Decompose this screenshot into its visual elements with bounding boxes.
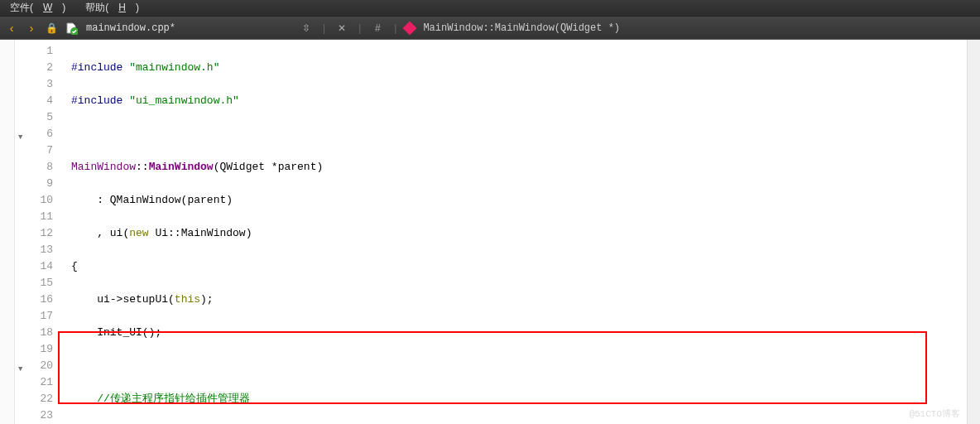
line-number: 4: [15, 93, 60, 109]
line-number: 12: [15, 225, 60, 242]
line-number: 16: [15, 292, 60, 308]
close-icon[interactable]: ✕: [334, 20, 350, 36]
hash-icon[interactable]: #: [369, 20, 386, 36]
line-number: 13: [15, 242, 60, 258]
code-area[interactable]: #include "mainwindow.h" #include "ui_mai…: [60, 40, 967, 424]
line-number: 11: [15, 209, 60, 225]
line-number: 7: [15, 142, 60, 159]
line-number: 2: [15, 60, 60, 76]
watermark: @51CTO博客: [909, 406, 960, 422]
editor[interactable]: 1 2 3 4 5 ▼6 7 8 9 10 11 12 13 14 15 16 …: [0, 40, 980, 424]
symbol-dropdown-icon[interactable]: ⇳: [298, 20, 315, 36]
line-number: 10: [15, 192, 60, 209]
menubar[interactable]: 空件(W) 帮助(H): [0, 0, 980, 17]
line-number: 14: [15, 258, 60, 275]
line-number: ▼20: [15, 358, 60, 374]
toolbar: ‹ › 🔒 mainwindow.cpp* ⇳ | ✕ | # | MainWi…: [0, 17, 980, 40]
file-status-icon: [63, 20, 79, 36]
line-number: 18: [15, 325, 60, 341]
marker-column: [0, 40, 15, 424]
nav-back-icon[interactable]: ‹: [3, 20, 20, 36]
line-number: 21: [15, 374, 60, 391]
line-number: 17: [15, 308, 60, 325]
line-number: 3: [15, 76, 60, 93]
nav-forward-icon[interactable]: ›: [23, 20, 40, 36]
filename[interactable]: mainwindow.cpp*: [83, 22, 175, 34]
scrollbar[interactable]: [967, 40, 980, 424]
line-number: 19: [15, 341, 60, 358]
symbol-icon: [403, 21, 417, 35]
line-number: 5: [15, 109, 60, 126]
line-number: 1: [15, 43, 60, 60]
line-number: 8: [15, 159, 60, 176]
line-number: 22: [15, 391, 60, 407]
line-number: 15: [15, 275, 60, 292]
line-number: 23: [15, 407, 60, 424]
line-number: 9: [15, 176, 60, 192]
line-number: ▼6: [15, 126, 60, 142]
lock-icon[interactable]: 🔒: [43, 20, 60, 36]
menu-components[interactable]: 空件(W): [0, 1, 75, 15]
gutter: 1 2 3 4 5 ▼6 7 8 9 10 11 12 13 14 15 16 …: [15, 40, 60, 424]
breadcrumb[interactable]: MainWindow::MainWindow(QWidget *): [423, 22, 620, 34]
menu-help[interactable]: 帮助(H): [75, 1, 149, 15]
